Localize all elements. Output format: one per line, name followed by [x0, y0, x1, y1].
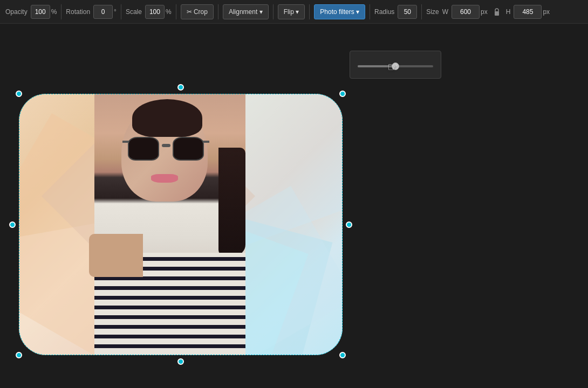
slider-container: [350, 56, 441, 74]
slider-thumb[interactable]: [392, 63, 399, 70]
sunglasses-arm-left: [122, 141, 129, 143]
person-hair-side: [218, 148, 245, 255]
height-unit: px: [543, 8, 550, 16]
opacity-label: Opacity: [5, 8, 28, 16]
toolbar: Opacity % Rotation ° Scale % ✂ Crop Alig…: [0, 0, 588, 24]
width-input[interactable]: [452, 5, 480, 19]
handle-top-center[interactable]: [177, 84, 184, 91]
size-label: Size: [426, 8, 439, 16]
stripe-8: [94, 325, 245, 329]
handle-bottom-center[interactable]: [177, 358, 184, 365]
handle-bottom-left[interactable]: [16, 352, 22, 358]
flip-button[interactable]: Flip ▾: [278, 4, 305, 19]
separator-3: [176, 4, 176, 19]
separator-2: [121, 4, 121, 19]
person-shoulder: [89, 234, 143, 277]
rotation-input[interactable]: [93, 5, 113, 19]
rotation-label: Rotation: [66, 8, 90, 16]
handle-middle-right[interactable]: [346, 221, 352, 228]
stripe-3: [94, 276, 245, 280]
separator-8: [421, 4, 422, 19]
separator-1: [61, 4, 61, 19]
radius-input[interactable]: [398, 5, 417, 19]
filters-dropdown: [350, 51, 441, 79]
width-label: W: [442, 8, 448, 16]
svg-rect-0: [495, 11, 499, 16]
sunglasses-bridge: [162, 144, 170, 147]
sunglasses-arm-right: [203, 141, 209, 143]
handle-middle-left[interactable]: [9, 221, 16, 228]
scale-unit: %: [166, 8, 172, 16]
stripe-7: [94, 315, 245, 319]
image-display: [19, 94, 343, 355]
stripe-4: [94, 286, 245, 290]
person-head: [121, 105, 208, 202]
handle-bottom-right[interactable]: [339, 352, 346, 358]
scale-input[interactable]: [145, 5, 165, 19]
sunglasses-right-lens: [173, 137, 204, 161]
stripe-5: [94, 296, 245, 300]
separator-4: [218, 4, 218, 19]
slider-fill: [358, 65, 395, 67]
scale-label: Scale: [126, 8, 142, 16]
lock-icon[interactable]: [491, 6, 503, 18]
handle-top-right[interactable]: [339, 91, 346, 97]
slider-track[interactable]: [358, 65, 433, 67]
crop-button[interactable]: ✂ Crop: [181, 4, 214, 19]
photo-filters-button[interactable]: Photo filters ▾: [314, 4, 365, 19]
handle-top-left[interactable]: [16, 91, 22, 97]
width-unit: px: [481, 8, 488, 16]
opacity-unit: %: [51, 8, 57, 16]
rotation-unit: °: [114, 8, 117, 16]
sunglasses: [127, 134, 205, 164]
person-hair-top: [132, 99, 202, 137]
stripe-6: [94, 306, 245, 309]
separator-5: [273, 4, 274, 19]
image-wrapper: [8, 83, 337, 347]
photo-background: [19, 94, 343, 355]
opacity-input[interactable]: [31, 5, 50, 19]
alignment-button[interactable]: Alignment ▾: [223, 4, 269, 19]
sunglasses-left-lens: [128, 137, 159, 161]
stripe-9: [94, 335, 245, 338]
height-input[interactable]: [514, 5, 542, 19]
separator-6: [309, 4, 310, 19]
person-lips: [151, 174, 178, 183]
height-label: H: [506, 8, 511, 16]
separator-7: [370, 4, 370, 19]
stripe-10: [94, 344, 245, 348]
radius-label: Radius: [374, 8, 394, 16]
person-body: [94, 94, 245, 355]
canvas-area: ☞: [0, 24, 588, 388]
